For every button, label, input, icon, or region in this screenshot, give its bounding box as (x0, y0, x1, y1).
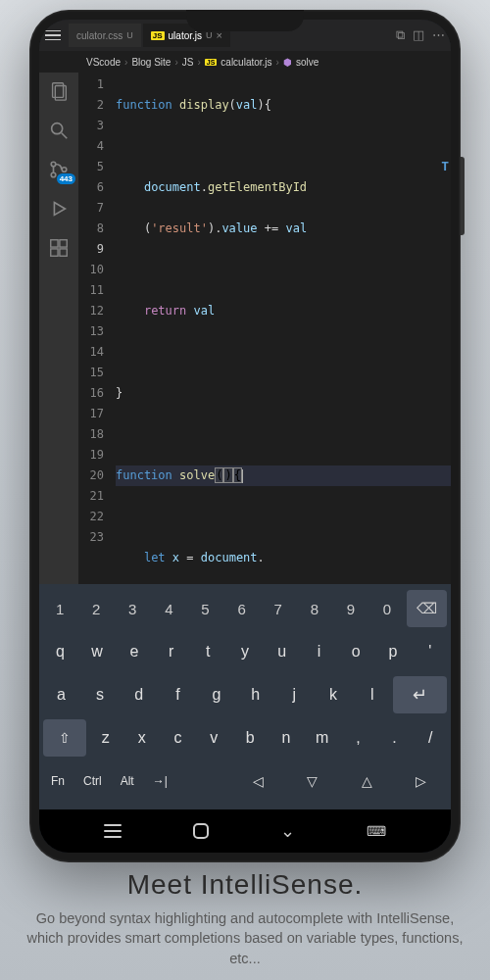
tab-status: U (206, 30, 213, 40)
key-w[interactable]: w (80, 633, 115, 670)
js-icon: JS (205, 59, 218, 66)
key-shift[interactable]: ⇧ (43, 719, 86, 757)
tab-status: U (126, 30, 133, 40)
key-g[interactable]: g (199, 676, 235, 713)
kb-row-4: Fn Ctrl Alt →| ◁ ▽ △ ▷ (43, 762, 447, 800)
tab-label: culator.css (76, 30, 122, 41)
key-up[interactable]: △ (341, 762, 392, 800)
key-j[interactable]: j (276, 676, 313, 713)
svg-point-4 (51, 162, 56, 167)
key-r[interactable]: r (154, 633, 188, 670)
file-icon-t: T (441, 159, 449, 173)
tab-label: ulator.js (169, 30, 202, 41)
key-m[interactable]: m (306, 719, 339, 757)
crumb: Blog Site (131, 57, 171, 68)
kb-row-2: a s d f g h j k l ↵ (43, 676, 447, 713)
key-l[interactable]: l (354, 676, 390, 713)
key-tab[interactable]: →| (145, 762, 175, 800)
vscode-app: culator.css U JS ulator.js U × ⧉ ◫ ⋯ (39, 20, 451, 584)
key-c[interactable]: c (162, 719, 195, 757)
nav-back[interactable]: ⌄ (280, 820, 295, 842)
key-0[interactable]: 0 (370, 590, 404, 627)
key-k[interactable]: k (316, 676, 352, 713)
crumb: calculator.js (220, 57, 271, 68)
key-q[interactable]: q (43, 633, 77, 670)
marketing-copy: Meet IntelliSense. Go beyond syntax high… (0, 869, 490, 968)
compare-icon[interactable]: ⧉ (396, 27, 405, 43)
explorer-icon[interactable] (48, 80, 70, 102)
nav-recent[interactable] (104, 824, 122, 838)
key-backspace[interactable]: ⌫ (407, 590, 447, 627)
key-u[interactable]: u (265, 633, 299, 670)
code-content[interactable]: function display(val){ document.getEleme… (116, 73, 451, 584)
phone-screen: culator.css U JS ulator.js U × ⧉ ◫ ⋯ (39, 20, 451, 853)
svg-rect-8 (51, 240, 58, 247)
key-d[interactable]: d (121, 676, 157, 713)
key-comma[interactable]: , (342, 719, 375, 757)
run-debug-icon[interactable] (48, 198, 70, 220)
key-p[interactable]: p (376, 633, 411, 670)
search-icon[interactable] (48, 120, 70, 141)
tab-css[interactable]: culator.css U (69, 24, 141, 47)
key-y[interactable]: y (228, 633, 263, 670)
key-right[interactable]: ▷ (396, 762, 447, 800)
key-e[interactable]: e (117, 633, 151, 670)
key-left[interactable]: ◁ (232, 762, 283, 800)
source-control-icon[interactable]: 443 (48, 159, 70, 180)
key-v[interactable]: v (197, 719, 230, 757)
key-h[interactable]: h (237, 676, 273, 713)
key-period[interactable]: . (377, 719, 411, 757)
key-1[interactable]: 1 (43, 590, 76, 627)
key-space[interactable] (178, 762, 229, 800)
key-down[interactable]: ▽ (287, 762, 338, 800)
editor-area: 443 T 123 456 789 101112 (39, 73, 451, 584)
split-icon[interactable]: ◫ (413, 27, 424, 43)
svg-rect-10 (51, 249, 58, 256)
svg-point-6 (62, 168, 67, 172)
key-4[interactable]: 4 (152, 590, 185, 627)
crumb: VScode (86, 57, 121, 68)
key-alt[interactable]: Alt (113, 762, 142, 800)
more-icon[interactable]: ⋯ (432, 27, 445, 43)
key-fn[interactable]: Fn (43, 762, 73, 800)
svg-point-2 (52, 123, 63, 134)
key-f[interactable]: f (160, 676, 196, 713)
nav-keyboard-icon[interactable]: ⌨ (367, 823, 386, 839)
crumb: JS (182, 57, 194, 68)
key-x[interactable]: x (125, 719, 159, 757)
key-o[interactable]: o (339, 633, 373, 670)
symbol-icon: ⬢ (283, 57, 292, 68)
menu-icon[interactable] (45, 30, 61, 41)
key-s[interactable]: s (82, 676, 119, 713)
key-quote[interactable]: ' (413, 633, 447, 670)
crumb: solve (296, 57, 318, 68)
kb-row-1: q w e r t y u i o p ' (43, 633, 447, 670)
extensions-icon[interactable] (48, 237, 70, 259)
key-enter[interactable]: ↵ (393, 676, 447, 713)
key-8[interactable]: 8 (298, 590, 331, 627)
key-a[interactable]: a (43, 676, 79, 713)
svg-rect-11 (60, 249, 67, 256)
breadcrumb[interactable]: VScode› Blog Site› JS› JS calculator.js›… (39, 51, 451, 73)
key-i[interactable]: i (302, 633, 336, 670)
marketing-title: Meet IntelliSense. (20, 869, 470, 901)
key-6[interactable]: 6 (225, 590, 259, 627)
title-actions: ⧉ ◫ ⋯ (396, 27, 445, 43)
svg-rect-9 (60, 240, 67, 247)
key-3[interactable]: 3 (116, 590, 149, 627)
key-ctrl[interactable]: Ctrl (75, 762, 110, 800)
key-z[interactable]: z (89, 719, 122, 757)
key-9[interactable]: 9 (334, 590, 368, 627)
key-n[interactable]: n (270, 719, 303, 757)
key-b[interactable]: b (233, 719, 267, 757)
android-navbar: ⌄ ⌨ (39, 809, 451, 853)
key-t[interactable]: t (191, 633, 225, 670)
key-5[interactable]: 5 (188, 590, 221, 627)
svg-line-3 (62, 133, 68, 139)
key-slash[interactable]: / (414, 719, 447, 757)
code-editor[interactable]: T 123 456 789 101112 131415 161718 19202… (78, 73, 451, 584)
key-7[interactable]: 7 (262, 590, 295, 627)
line-gutter: 123 456 789 101112 131415 161718 192021 … (78, 73, 116, 584)
nav-home[interactable] (193, 823, 209, 839)
key-2[interactable]: 2 (79, 590, 113, 627)
